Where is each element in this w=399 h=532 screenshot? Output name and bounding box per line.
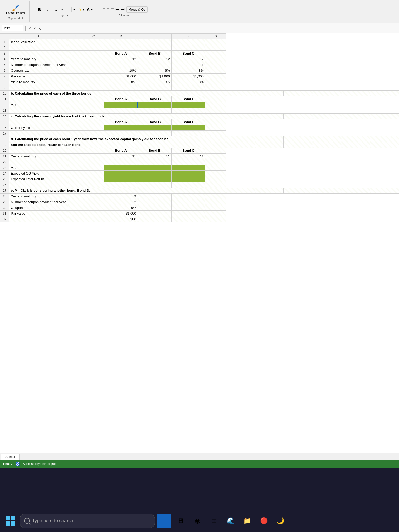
cell-C25[interactable] <box>83 176 104 182</box>
taskbar-chrome-button[interactable]: 🔴 <box>257 514 271 528</box>
cell-B6[interactable] <box>68 68 83 74</box>
cell-B26[interactable] <box>68 182 83 188</box>
cell-F17[interactable] <box>171 131 205 136</box>
col-header-G[interactable]: G <box>205 34 226 39</box>
align-left-icon[interactable]: ≡ <box>102 6 105 13</box>
cell-A27[interactable]: e. Mr. Clark is considering another bond… <box>9 188 226 194</box>
cell-E15[interactable]: Bond B <box>138 119 171 125</box>
table-row[interactable]: 21Years to maturity111111 <box>0 154 399 159</box>
cell-E20[interactable]: Bond B <box>138 148 171 154</box>
accessibility-status[interactable]: Accessibility: Investigate <box>23 462 57 466</box>
cell-A17[interactable] <box>9 131 68 136</box>
cell-G8[interactable] <box>205 79 226 85</box>
cell-C24[interactable] <box>83 171 104 176</box>
cell-C4[interactable] <box>83 56 104 62</box>
cell-E18[interactable] <box>312 136 341 142</box>
cell-G31[interactable] <box>205 211 226 216</box>
cell-E4[interactable]: 12 <box>138 56 171 62</box>
cell-D26[interactable] <box>104 182 138 188</box>
cell-A13[interactable] <box>9 108 68 114</box>
cell-G11[interactable] <box>205 96 226 102</box>
merge-button[interactable]: Merge & Ce <box>126 6 148 13</box>
cell-F26[interactable] <box>171 182 205 188</box>
cell-F31[interactable] <box>171 211 205 216</box>
cell-C1[interactable] <box>83 39 104 45</box>
cell-D28[interactable]: 9 <box>104 194 138 199</box>
cancel-formula-icon[interactable]: ✕ <box>28 26 31 30</box>
taskbar-desktop-button[interactable]: 🖥 <box>174 514 188 528</box>
cell-C28[interactable] <box>83 194 104 199</box>
cell-B11[interactable] <box>68 96 83 102</box>
cell-B27[interactable] <box>226 188 255 194</box>
cell-F27[interactable] <box>341 188 370 194</box>
cell-F5[interactable]: 1 <box>171 62 205 68</box>
cell-F15[interactable]: Bond C <box>171 119 205 125</box>
cell-B10[interactable] <box>226 91 255 96</box>
table-row[interactable]: 20Bond ABond BBond C <box>0 148 399 154</box>
cell-A28[interactable]: Years to maturity <box>9 194 68 199</box>
cell-G22[interactable] <box>205 159 226 165</box>
cell-G30[interactable] <box>205 205 226 211</box>
cell-F22[interactable] <box>171 159 205 165</box>
cell-G15[interactable] <box>205 119 226 125</box>
cell-E7[interactable]: $1,000 <box>138 74 171 79</box>
cell-D9[interactable] <box>104 85 138 91</box>
cell-D4[interactable]: 12 <box>104 56 138 62</box>
indent-decrease-icon[interactable]: ⇤ <box>115 6 119 13</box>
cell-E10[interactable] <box>312 91 341 96</box>
windows-start-button[interactable] <box>3 514 18 528</box>
cell-G29[interactable] <box>205 199 226 205</box>
cell-C2[interactable] <box>83 45 104 51</box>
col-header-B[interactable]: B <box>68 34 83 39</box>
cell-F18[interactable] <box>341 136 370 142</box>
cell-E2[interactable] <box>138 45 171 51</box>
cell-G26[interactable] <box>205 182 226 188</box>
cell-B7[interactable] <box>68 74 83 79</box>
cell-A8[interactable]: Yield to maturity <box>9 79 68 85</box>
indent-increase-icon[interactable]: ⇥ <box>121 6 125 13</box>
cell-B4[interactable] <box>68 56 83 62</box>
cell-F21[interactable]: 11 <box>171 154 205 159</box>
cell-A18[interactable]: d. Calculating the price of each bond 1 … <box>9 136 226 142</box>
highlight-button[interactable]: ◇ <box>77 7 81 12</box>
cell-D19[interactable] <box>284 142 312 148</box>
cell-B18[interactable] <box>226 136 255 142</box>
cell-C3[interactable] <box>83 51 104 56</box>
cell-E16[interactable] <box>138 125 171 131</box>
cell-A31[interactable]: Par value <box>9 211 68 216</box>
table-row[interactable]: 4Years to maturity121212 <box>0 56 399 62</box>
cell-D18[interactable] <box>284 136 312 142</box>
cell-G17[interactable] <box>205 131 226 136</box>
cell-A3[interactable] <box>9 51 68 56</box>
table-row[interactable]: 31Par value$1,000 <box>0 211 399 216</box>
col-header-E[interactable]: E <box>138 34 171 39</box>
cell-D6[interactable]: 10% <box>104 68 138 74</box>
cell-G14[interactable] <box>370 114 399 119</box>
cell-B17[interactable] <box>68 131 83 136</box>
cell-A14[interactable]: c. Calculating the current yield for eac… <box>9 114 226 119</box>
cell-C26[interactable] <box>83 182 104 188</box>
cell-E21[interactable]: 11 <box>138 154 171 159</box>
cell-C13[interactable] <box>83 108 104 114</box>
bold-button[interactable]: B <box>36 6 43 13</box>
font-color-button[interactable]: A <box>87 7 90 12</box>
table-row[interactable]: 8Yield to maturity8%8%8% <box>0 79 399 85</box>
cell-A29[interactable]: Number of coupon payment per year <box>9 199 68 205</box>
table-row[interactable]: 22 <box>0 159 399 165</box>
cell-B5[interactable] <box>68 62 83 68</box>
cell-F8[interactable]: 8% <box>171 79 205 85</box>
cell-B9[interactable] <box>68 85 83 91</box>
cell-C7[interactable] <box>83 74 104 79</box>
table-row[interactable]: 10b. Calculating the price of each of th… <box>0 91 399 96</box>
table-row[interactable]: 12V₂₀ <box>0 102 399 108</box>
insert-function-icon[interactable]: fx <box>38 26 41 30</box>
cell-G28[interactable] <box>205 194 226 199</box>
cell-G6[interactable] <box>205 68 226 74</box>
table-row[interactable]: 30Coupon rate6% <box>0 205 399 211</box>
borders-button[interactable]: ⊞ <box>66 7 72 12</box>
cell-B16[interactable] <box>68 125 83 131</box>
cell-D20[interactable]: Bond A <box>104 148 138 154</box>
cell-E3[interactable]: Bond B <box>138 51 171 56</box>
table-row[interactable]: 6Coupon rate10%6%8% <box>0 68 399 74</box>
table-row[interactable]: 14c. Calculating the current yield for e… <box>0 114 399 119</box>
